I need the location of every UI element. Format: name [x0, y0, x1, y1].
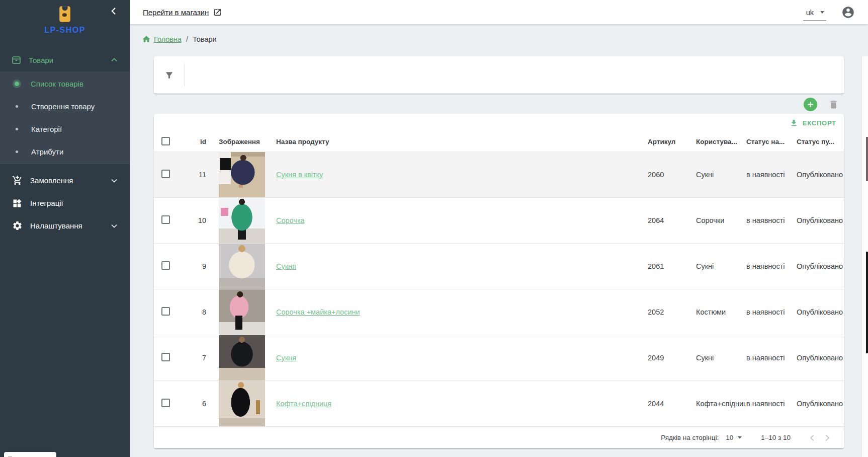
product-photo[interactable] [219, 289, 265, 335]
next-page-button[interactable] [820, 430, 835, 445]
pagination-range: 1–10 з 10 [761, 434, 791, 441]
breadcrumb-separator: / [186, 35, 188, 43]
language-value: uk [806, 9, 814, 17]
row-checkbox[interactable] [161, 261, 170, 270]
cell-publish-status: Опубліковано [797, 380, 844, 426]
breadcrumb: Головна / Товари [130, 24, 868, 50]
cell-stock-status: в наявності [746, 197, 797, 243]
products-submenu: Список товарів Створення товару Категорі… [0, 71, 130, 164]
sidebar-item-integrations[interactable]: Інтеграції [0, 192, 130, 214]
sidebar-item-product-list[interactable]: Список товарів [0, 72, 130, 95]
cell-id: 10 [182, 197, 210, 243]
chevron-left-icon [807, 432, 818, 443]
product-photo[interactable] [219, 244, 265, 289]
clipped-right-panel [861, 56, 868, 457]
table-actions [154, 97, 844, 112]
products-table: id Зображення Назва продукту Артикул Кор… [154, 132, 844, 427]
product-photo[interactable] [219, 335, 265, 380]
product-photo[interactable] [219, 198, 265, 243]
breadcrumb-current: Товари [193, 35, 217, 43]
table-row: 11 Сукня в квітку 2060 Сукні в наявності… [154, 151, 844, 197]
column-header-id: id [182, 132, 210, 151]
cell-publish-status: Опубліковано [797, 289, 844, 335]
caret-down-icon [820, 11, 824, 14]
table-row: 9 Сукня 2061 Сукні в наявності Опубліков… [154, 243, 844, 289]
submenu-item-label: Список товарів [31, 80, 83, 88]
cell-publish-status: Опубліковано [797, 335, 844, 380]
sidebar-item-label: Інтеграції [30, 199, 63, 207]
row-checkbox[interactable] [161, 307, 170, 316]
cell-article: 2064 [648, 197, 696, 243]
cell-category: Сукні [696, 151, 746, 197]
breadcrumb-home-link[interactable]: Головна [154, 35, 182, 43]
export-button[interactable]: ЕКСПОРТ [154, 114, 844, 132]
row-checkbox[interactable] [161, 399, 170, 407]
sidebar-item-label: Налаштування [30, 221, 82, 230]
column-header-name: Назва продукту [274, 132, 648, 151]
select-all-checkbox[interactable] [161, 137, 170, 145]
language-select[interactable]: uk [803, 7, 826, 21]
account-button[interactable] [841, 6, 855, 19]
previous-page-button[interactable] [805, 430, 820, 445]
cell-id: 11 [182, 151, 210, 197]
table-body: 11 Сукня в квітку 2060 Сукні в наявності… [154, 151, 844, 426]
delete-selected-button[interactable] [828, 99, 839, 110]
rows-per-page-select[interactable]: 10 [726, 434, 742, 441]
product-name-link[interactable]: Сорочка [276, 216, 305, 224]
logo-text: LP-SHOP [0, 26, 130, 35]
pagination: Рядків на сторінці: 10 1–10 з 10 [154, 427, 844, 448]
row-checkbox[interactable] [161, 215, 170, 224]
active-bullet-icon [15, 82, 19, 86]
clipped-widget [4, 452, 56, 457]
filter-funnel-icon [164, 70, 174, 80]
sidebar-item-create-product[interactable]: Створення товару [0, 95, 130, 118]
add-product-button[interactable] [804, 98, 817, 111]
topbar-right: uk [803, 4, 855, 21]
cell-article: 2049 [648, 335, 696, 380]
filter-button[interactable] [164, 70, 174, 80]
column-header-article: Артикул [648, 132, 696, 151]
gear-icon [11, 220, 23, 231]
row-checkbox[interactable] [161, 353, 170, 361]
bullet-icon [16, 150, 18, 153]
cell-category: Сукні [696, 335, 746, 380]
cell-category: Кофта+спідниц [696, 380, 746, 426]
column-header-publish-status: Статус пу... [797, 132, 844, 151]
sidebar-item-settings[interactable]: Налаштування [0, 214, 130, 237]
table-row: 6 Кофта+спідниця 2044 Кофта+спідниц в на… [154, 380, 844, 426]
sidebar-item-categories[interactable]: Категорії [0, 118, 130, 140]
product-name-link[interactable]: Сорочка +майка+лосини [276, 308, 360, 316]
table-header-row: id Зображення Назва продукту Артикул Кор… [154, 132, 844, 151]
product-name-link[interactable]: Сукня [276, 354, 296, 362]
cell-id: 7 [182, 335, 210, 380]
rows-per-page-value: 10 [726, 434, 733, 441]
cell-article: 2044 [648, 380, 696, 426]
product-name-link[interactable]: Сукня [276, 262, 296, 270]
go-to-store-link[interactable]: Перейти в магазин [143, 8, 222, 17]
chevron-down-icon [110, 176, 119, 185]
cell-stock-status: в наявності [746, 380, 797, 426]
cart-plus-icon [11, 175, 23, 186]
product-name-link[interactable]: Сукня в квітку [276, 171, 323, 179]
clipped-image-sliver [866, 252, 868, 353]
download-icon [790, 119, 798, 127]
product-name-link[interactable]: Кофта+спідниця [276, 400, 331, 408]
account-circle-icon [841, 6, 855, 19]
sidebar-item-orders[interactable]: Замовлення [0, 169, 130, 192]
sidebar-item-label: Товари [29, 56, 53, 64]
sidebar-item-products[interactable]: Товари [0, 48, 130, 71]
bullet-icon [16, 105, 18, 108]
product-photo[interactable] [219, 381, 265, 426]
rows-per-page-label: Рядків на сторінці: [661, 434, 719, 441]
sidebar-item-label: Замовлення [30, 176, 73, 185]
topbar: Перейти в магазин uk [130, 0, 868, 24]
shopping-bag-logo-icon [55, 4, 75, 25]
sidebar-item-attributes[interactable]: Атрибути [0, 140, 130, 163]
sidebar-collapse-button[interactable] [107, 4, 121, 18]
row-checkbox[interactable] [161, 170, 170, 178]
column-header-stock-status: Статус на... [746, 132, 797, 151]
cell-stock-status: в наявності [746, 151, 797, 197]
export-label: ЕКСПОРТ [803, 119, 836, 127]
logo[interactable]: LP-SHOP [0, 0, 130, 48]
product-photo[interactable] [219, 152, 265, 197]
